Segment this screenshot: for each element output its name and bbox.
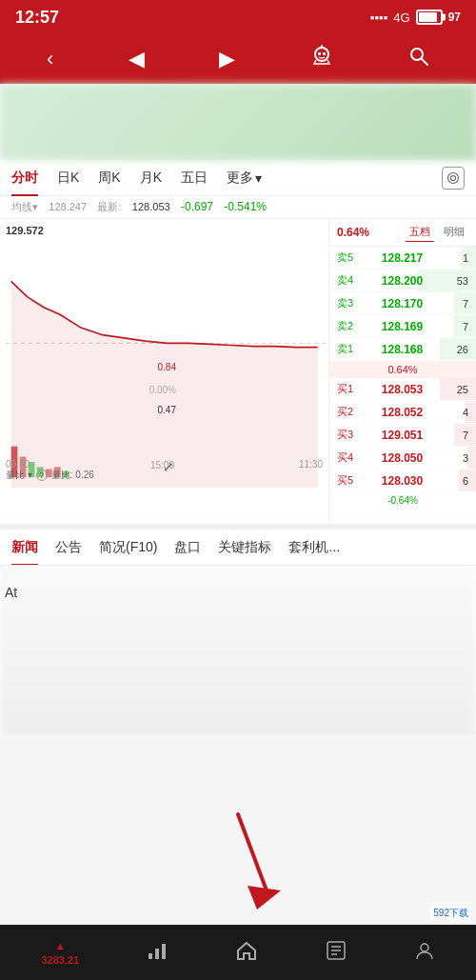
news-tab-f10[interactable]: 简况(F10) (99, 535, 157, 560)
svg-rect-2 (323, 52, 326, 55)
red-arrow-indicator (209, 805, 305, 923)
profile-icon (414, 940, 435, 966)
news-icon (326, 940, 347, 966)
svg-point-7 (451, 175, 456, 180)
portfolio-number: 3283.21 (41, 954, 79, 966)
bottom-nav: ▲ 3283.21 (0, 925, 476, 980)
ob-row-buy3: 买3 129.051 7 (329, 424, 476, 447)
svg-rect-22 (162, 944, 166, 959)
market-icon (147, 940, 168, 966)
news-tab-news[interactable]: 新闻 (11, 535, 38, 560)
main-content: 129.572 09:30 11:30 量比 ▾ ? 量比 (0, 219, 476, 524)
news-content (0, 566, 476, 737)
zero-pct-label: 0.00% (149, 385, 176, 395)
signal-bars: ▪▪▪▪ (370, 10, 387, 25)
ob-row-sell4: 卖4 128.200 53 (329, 270, 476, 292)
svg-marker-19 (248, 886, 281, 910)
svg-line-18 (238, 814, 267, 890)
svg-rect-1 (318, 52, 321, 55)
chart-area: 129.572 09:30 11:30 量比 ▾ ? 量比 (0, 219, 328, 524)
svg-point-4 (321, 45, 323, 47)
latest-label: 最新: (97, 201, 121, 212)
bottom-nav-news[interactable] (316, 934, 356, 971)
ob-row-buy2: 买2 128.052 4 (329, 401, 476, 424)
portfolio-value: ▲ (55, 940, 66, 951)
vol-ratio-value: 量比: 0.26 (51, 469, 94, 482)
svg-point-8 (448, 172, 459, 183)
battery-icon (416, 10, 443, 25)
ob-row-sell1: 卖1 128.168 26 (329, 338, 476, 361)
expand-icon[interactable]: ⤢ (163, 459, 174, 474)
vol-ratio-label: 量比 ▾ (6, 469, 32, 482)
at-label: At (5, 585, 17, 600)
home-icon (235, 939, 258, 967)
ob-row-buy1: 买1 128.053 25 (329, 378, 476, 401)
ob-tab-wudang[interactable]: 五档 (406, 223, 434, 242)
news-tab-key-metrics[interactable]: 关键指标 (218, 535, 271, 560)
ob-row-buy4: 买4 128.050 3 (329, 447, 476, 470)
ob-tabs: 五档 明细 (406, 223, 468, 242)
banner-area (0, 84, 476, 160)
chart-high-price: 129.572 (6, 225, 44, 236)
ma-value: 128.247 (49, 201, 87, 212)
vol-bar-047: 0.47 (158, 405, 176, 415)
tab-more[interactable]: 更多 ▾ (227, 166, 262, 190)
chevron-down-icon: ▾ (255, 170, 262, 186)
ob-header: 0.64% 五档 明细 (329, 219, 476, 247)
bottom-nav-portfolio[interactable]: ▲ 3283.21 (31, 934, 89, 971)
svg-rect-21 (155, 949, 159, 959)
ob-row-sell2: 卖2 128.169 7 (329, 315, 476, 338)
battery-level: 97 (448, 10, 461, 24)
bottom-nav-profile[interactable] (405, 934, 445, 971)
svg-point-0 (315, 48, 328, 61)
bottom-nav-market[interactable] (137, 934, 177, 971)
network-type: 4G (393, 10, 409, 25)
time-mid: 11:30 (299, 459, 323, 470)
ob-row-sell3: 卖3 128.170 7 (329, 292, 476, 315)
watermark: 592下载 (430, 906, 471, 921)
search-icon[interactable] (401, 38, 437, 80)
svg-rect-20 (149, 953, 152, 959)
news-tab-pankou[interactable]: 盘口 (174, 535, 201, 560)
tab-dayk[interactable]: 日K (57, 166, 79, 190)
latest-value: 128.053 (132, 201, 170, 212)
order-book: 0.64% 五档 明细 卖5 128.217 1 卖4 128.200 53 卖… (328, 219, 476, 524)
robot-icon[interactable] (302, 36, 342, 82)
change-pct: -0.541% (224, 200, 267, 213)
circle-info: ? (36, 470, 48, 481)
ob-row-sell5: 卖5 128.217 1 (329, 247, 476, 270)
vol-label: 量比 ▾ ? 量比: 0.26 (6, 469, 94, 482)
vol-bar-084: 0.84 (158, 362, 176, 372)
tab-fenshi[interactable]: 分时 (11, 166, 38, 190)
status-time: 12:57 (15, 8, 59, 28)
ob-pct-down: 0.64% (387, 364, 417, 375)
ob-pct-up: 0.64% (337, 226, 369, 239)
ob-row-buy5: 买5 128.030 6 (329, 470, 476, 492)
status-icons: ▪▪▪▪ 4G 97 (370, 10, 461, 25)
svg-point-5 (411, 49, 423, 60)
svg-line-6 (422, 59, 427, 65)
news-blurred-content (0, 566, 476, 737)
news-tab-arb[interactable]: 套利机... (288, 535, 340, 560)
stock-info-bar: 均线▾ 128.247 最新: 128.053 -0.697 -0.541% (0, 196, 476, 219)
settings-icon[interactable] (442, 167, 465, 190)
ob-divider: 0.64% (329, 361, 476, 378)
change-abs: -0.697 (181, 200, 213, 213)
news-tabs: 新闻 公告 简况(F10) 盘口 关键指标 套利机... (0, 524, 476, 566)
status-bar: 12:57 ▪▪▪▪ 4G 97 (0, 0, 476, 34)
next-button[interactable]: ▶ (211, 39, 243, 79)
chart-tabs: 分时 日K 周K 月K 五日 更多 ▾ (0, 160, 476, 196)
tab-wuri[interactable]: 五日 (181, 166, 208, 190)
tab-zhouk[interactable]: 周K (98, 166, 120, 190)
bottom-nav-home[interactable] (226, 933, 268, 972)
svg-point-27 (421, 944, 428, 951)
prev-button[interactable]: ◀ (121, 39, 152, 79)
ob-neg-pct: -0.64% (329, 492, 476, 509)
ma-label: 均线▾ (11, 201, 38, 212)
nav-bar: ‹ ◀ ▶ (0, 34, 476, 84)
ob-tab-mingxi[interactable]: 明细 (440, 223, 468, 242)
tab-yuek[interactable]: 月K (140, 166, 162, 190)
back-button[interactable]: ‹ (39, 39, 61, 79)
news-tab-announce[interactable]: 公告 (55, 535, 82, 560)
